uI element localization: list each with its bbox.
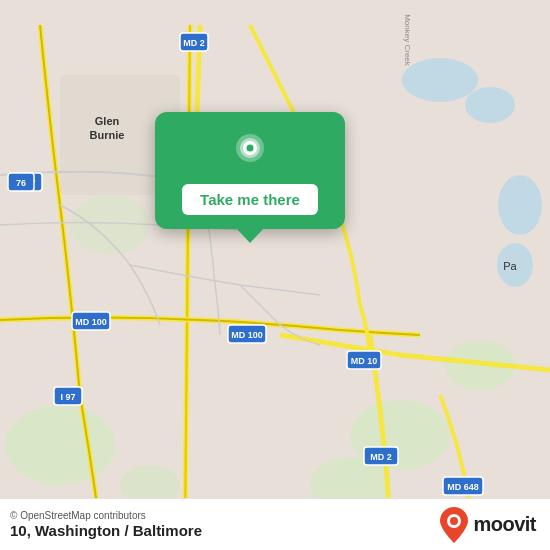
location-label: 10, Washington / Baltimore	[10, 522, 202, 539]
svg-point-1	[402, 58, 478, 102]
popup-card: Take me there	[155, 112, 345, 229]
moovit-wordmark: moovit	[473, 513, 536, 536]
moovit-pin-icon	[440, 507, 468, 543]
svg-point-2	[465, 87, 515, 123]
svg-text:MD 2: MD 2	[183, 38, 205, 48]
svg-text:MD 2: MD 2	[370, 452, 392, 462]
svg-text:MD 648: MD 648	[447, 482, 479, 492]
svg-text:MD 100: MD 100	[231, 330, 263, 340]
svg-point-37	[247, 145, 254, 152]
svg-text:Burnie: Burnie	[90, 129, 125, 141]
svg-text:Glen: Glen	[95, 115, 120, 127]
svg-text:Monkey Creek: Monkey Creek	[403, 14, 412, 67]
svg-text:MD 100: MD 100	[75, 317, 107, 327]
svg-text:I 97: I 97	[60, 392, 75, 402]
moovit-logo[interactable]: moovit	[440, 507, 536, 543]
svg-text:76: 76	[16, 178, 26, 188]
svg-text:Pa: Pa	[503, 260, 517, 272]
take-me-there-button[interactable]: Take me there	[182, 184, 318, 215]
map-container: MD 2 I 97 MD 100 MD 100 MD 10 I 97 MD 2 …	[0, 0, 550, 550]
svg-point-3	[498, 175, 542, 235]
copyright-text: © OpenStreetMap contributors	[10, 510, 202, 521]
svg-text:MD 10: MD 10	[351, 356, 378, 366]
location-pin-icon	[228, 130, 272, 174]
svg-point-10	[70, 195, 150, 255]
svg-point-5	[5, 405, 115, 485]
svg-point-39	[450, 517, 458, 525]
bottom-bar: © OpenStreetMap contributors 10, Washing…	[0, 498, 550, 550]
bottom-left: © OpenStreetMap contributors 10, Washing…	[10, 510, 202, 539]
map-background: MD 2 I 97 MD 100 MD 100 MD 10 I 97 MD 2 …	[0, 0, 550, 550]
